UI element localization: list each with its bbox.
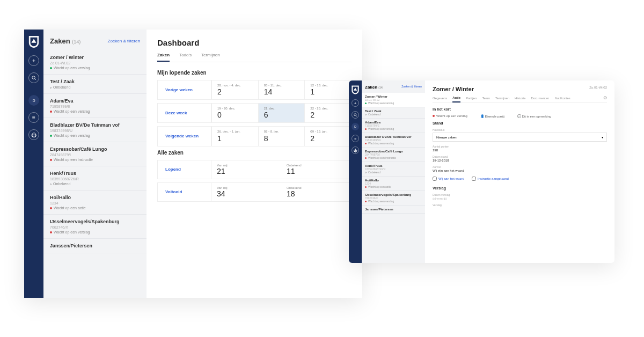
week-cell[interactable]: 05 - 11. dec.14: [258, 80, 305, 99]
case-item[interactable]: Bladblazer BV/De Tuinman vof198374998/UW…: [43, 118, 147, 142]
tab-gegevens[interactable]: Gegevens: [433, 97, 447, 102]
add-icon[interactable]: +: [28, 55, 39, 66]
detail-content: Zomer / Winter Zo.01-Wi.02 GegevensActie…: [425, 80, 614, 263]
field-label: Verslag: [433, 203, 607, 207]
sidebar: Zaken (14) Zoeken & filteren Zomer / Win…: [362, 80, 425, 263]
stat-row: LopendVan mij21Onbekend11: [157, 160, 352, 179]
search-icon[interactable]: [352, 111, 359, 119]
field-value: Wij zijn aan het woord: [433, 169, 607, 172]
svg-point-2: [354, 113, 356, 115]
week-cell[interactable]: 26. dec. - 1. jan.1: [211, 127, 258, 145]
section-heading: Alle zaken: [157, 150, 352, 156]
section-heading: Mijn lopende zaken: [157, 70, 352, 76]
tabs: Zaken Todo's Termijnen: [157, 53, 352, 62]
week-row: Deze week19 - 20. dec.021. dec.622 - 25.…: [157, 103, 352, 123]
week-cell[interactable]: 12 - 18. dec.1: [304, 80, 351, 99]
section-heading: In het kort: [433, 107, 607, 111]
field-value: 19-12-2018: [433, 159, 607, 162]
sidebar-title: Zaken (14): [365, 85, 383, 90]
page-title: Dashboard: [157, 38, 352, 47]
app-logo: [28, 35, 40, 49]
case-item[interactable]: Adam/Eva71958799/EWacht op een verslag: [43, 94, 147, 118]
filter-link[interactable]: Zoeken & filteren: [401, 85, 422, 90]
tab-notificaties[interactable]: Notificaties: [554, 97, 570, 102]
case-item[interactable]: Zomer / WinterZo.01-Wi.02Wacht op een ve…: [362, 93, 425, 107]
stat-label: Voltooid: [158, 183, 211, 201]
case-item[interactable]: Hoi/Hallo1234Wacht op een actie: [43, 191, 147, 215]
case-item[interactable]: Henk/Truus183593868726/ROnbekend: [362, 162, 425, 177]
case-item[interactable]: Henk/Truus183593868726/ROnbekend: [43, 166, 147, 191]
nav-rail: + D ≡ ⏻: [349, 80, 362, 263]
svg-line-1: [34, 78, 35, 79]
case-ref: Zo.01-Wi.02: [589, 86, 607, 89]
stat-cell[interactable]: Onbekend18: [281, 183, 351, 201]
week-cell[interactable]: 09 - 15. jan.2: [304, 127, 351, 145]
tab-team[interactable]: Team: [482, 97, 490, 102]
stat-row: VoltooidVan mij34Onbekend18: [157, 182, 352, 202]
avatar[interactable]: D: [28, 95, 39, 106]
gear-icon[interactable]: ⚙: [603, 96, 607, 102]
week-label: Deze week: [158, 104, 211, 122]
case-item[interactable]: Adam/Eva71958799/EWacht op een verslag: [362, 119, 425, 133]
stat-cell[interactable]: Van mij21: [211, 160, 281, 179]
tab-termijnen[interactable]: Termijnen: [201, 53, 220, 62]
checkbox[interactable]: Wij aan het woord: [433, 177, 464, 181]
case-item[interactable]: Janssen/Pietersen: [43, 239, 147, 253]
tab-todos[interactable]: Todo's: [179, 53, 192, 62]
search-icon[interactable]: [28, 72, 39, 83]
case-item[interactable]: Zomer / WinterZo.01-Wi.02Wacht op een ve…: [43, 50, 147, 75]
tab-zaken[interactable]: Zaken: [157, 53, 170, 62]
section-heading: Stand: [433, 121, 607, 125]
filter-link[interactable]: Zoeken & filteren: [108, 39, 140, 43]
stat-cell[interactable]: Onbekend11: [281, 160, 351, 179]
week-row: Volgende weken26. dec. - 1. jan.102 - 8.…: [157, 126, 352, 146]
case-item[interactable]: Bladblazer BV/De Tuinman vof198374998/UW…: [362, 133, 425, 148]
week-label: Vorige weken: [158, 80, 211, 99]
case-item[interactable]: Test / ZaakOnbekend: [43, 75, 147, 94]
chevron-down-icon: ▾: [602, 135, 603, 139]
week-cell[interactable]: 02 - 8. jan.8: [258, 127, 305, 145]
case-item[interactable]: Test / ZaakOnbekend: [362, 107, 425, 119]
tab-documenten[interactable]: Documenten: [531, 97, 549, 102]
case-item[interactable]: Hoi/Hallo1234Wacht op een actie: [362, 177, 425, 191]
filter-icon[interactable]: ≡: [352, 135, 359, 142]
sidebar: Zaken (14) Zoeken & filteren Zomer / Win…: [43, 30, 147, 298]
week-cell[interactable]: 19 - 20. dec.0: [211, 104, 258, 122]
filter-icon[interactable]: ≡: [28, 112, 39, 123]
tab-partijen[interactable]: Partijen: [466, 97, 477, 102]
main-content: Dashboard Zaken Todo's Termijnen Mijn lo…: [147, 30, 362, 298]
field-value: 198: [433, 149, 607, 152]
case-item[interactable]: IJsselmeervogels/Spakenburg7662746/XWach…: [43, 215, 147, 239]
tab-termijnen[interactable]: Termijnen: [495, 97, 509, 102]
tab-historie[interactable]: Historie: [515, 97, 525, 102]
stat-label: Lopend: [158, 160, 211, 179]
summary-row: Wacht op een verslag 👤 Eisende partij 💬 …: [433, 114, 607, 118]
week-cell[interactable]: 22 - 25. dec.2: [304, 104, 351, 122]
case-item[interactable]: Janssen/Pietersen: [362, 206, 425, 214]
week-cell[interactable]: 28. nov. - 4. dec.2: [211, 80, 258, 99]
hoofdstuk-select[interactable]: Nieuwe zaken▾: [433, 133, 607, 142]
field-label: Hoofdstuk: [433, 128, 607, 131]
power-icon[interactable]: ⏻: [28, 129, 39, 140]
power-icon[interactable]: ⏻: [352, 146, 359, 154]
comment-badge: 💬 Dit is een opmerking: [517, 114, 551, 118]
add-icon[interactable]: +: [352, 99, 359, 107]
case-item[interactable]: Espressobar/Café Lungo284749879/IWacht o…: [362, 148, 425, 162]
sidebar-title: Zaken (14): [50, 37, 80, 45]
checkbox-group: Wij aan het woord Instructie aangetoond: [433, 177, 607, 181]
stat-cell[interactable]: Van mij34: [211, 183, 281, 201]
app-logo: [351, 85, 360, 95]
week-row: Vorige weken28. nov. - 4. dec.205 - 11. …: [157, 80, 352, 100]
checkbox[interactable]: Instructie aangetoond: [472, 177, 509, 181]
avatar[interactable]: D: [352, 123, 359, 130]
detail-window: + D ≡ ⏻ Zaken (14) Zoeken & filteren Zom…: [349, 80, 614, 263]
week-cell[interactable]: 21. dec.6: [258, 104, 305, 122]
case-item[interactable]: Espressobar/Café Lungo284749879/IWacht o…: [43, 142, 147, 166]
party-badge: 👤 Eisende partij: [480, 114, 504, 118]
nav-rail: + D ≡ ⏻: [24, 30, 43, 298]
week-label: Volgende weken: [158, 127, 211, 145]
field-label: Aanvul: [433, 165, 607, 169]
case-item[interactable]: IJsselmeervogels/Spakenburg7662746/XWach…: [362, 191, 425, 206]
tab-actie[interactable]: Actie: [452, 96, 460, 102]
svg-point-0: [32, 76, 34, 78]
